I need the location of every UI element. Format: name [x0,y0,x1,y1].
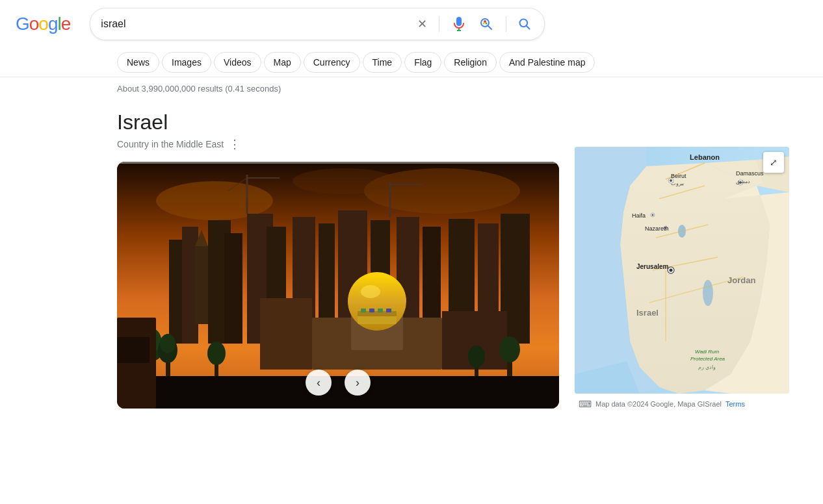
tab-images[interactable]: Images [162,52,211,73]
kp-subtitle-text: Country in the Middle East [117,139,224,149]
search-bar[interactable]: israel ✕ [90,8,545,40]
tab-currency[interactable]: Currency [304,52,360,73]
svg-text:بيروت: بيروت [671,181,684,186]
tab-flag[interactable]: Flag [404,52,441,73]
jerusalem-cityscape [117,162,559,409]
svg-point-83 [652,214,654,216]
clear-button[interactable]: ✕ [415,14,430,34]
svg-point-54 [207,342,226,365]
carousel-next-button[interactable]: › [345,370,371,396]
svg-text:Protected Area: Protected Area [690,356,725,362]
svg-rect-62 [117,162,559,164]
results-info: About 3,990,000,000 results (0.41 second… [0,77,823,100]
svg-text:دمشق: دمشق [736,179,750,184]
tab-time[interactable]: Time [363,52,402,73]
svg-line-6 [488,26,492,30]
logo-letter-o1: o [29,14,39,34]
tab-map[interactable]: Map [264,52,301,73]
tab-religion[interactable]: Religion [444,52,497,73]
svg-rect-44 [386,309,391,312]
map-terms-link[interactable]: Terms [725,400,745,408]
map-expand-button[interactable]: ⤢ [763,152,784,173]
svg-rect-61 [117,337,150,363]
svg-rect-59 [117,376,559,409]
logo-letter-g: G [16,14,29,34]
kp-title: Israel [117,110,559,134]
search-icons-group: ✕ [415,14,534,34]
left-panel: Israel Country in the Middle East ⋮ [117,100,559,412]
filter-tabs: News Images Videos Map Currency Time Fla… [0,48,823,77]
svg-rect-33 [195,246,208,324]
map-container[interactable]: Lebanon Beirut بيروت Damascus دمشق Haifa… [575,147,789,394]
svg-rect-45 [260,298,312,370]
expand-icon: ⤢ [770,157,777,168]
svg-point-4 [483,23,485,25]
image-carousel: ‹ › [117,162,559,409]
svg-text:Damascus: Damascus [736,170,764,177]
svg-text:Jerusalem: Jerusalem [636,263,669,270]
voice-search-button[interactable] [449,14,469,34]
map-svg: Lebanon Beirut بيروت Damascus دمشق Haifa… [575,147,789,394]
svg-text:Haifa: Haifa [632,212,646,219]
svg-text:Nazareth: Nazareth [645,225,669,232]
tab-news[interactable]: News [117,52,159,73]
image-search-button[interactable] [476,14,497,34]
more-options-button[interactable]: ⋮ [229,137,241,151]
main-content: Israel Country in the Middle East ⋮ [0,100,823,412]
svg-rect-41 [361,309,366,312]
svg-point-58 [499,336,520,362]
svg-rect-42 [369,309,374,312]
header: Google israel ✕ [0,0,823,48]
map-panel: Lebanon Beirut بيروت Damascus دمشق Haifa… [575,100,789,412]
results-count: About 3,990,000,000 results (0.41 second… [117,84,281,94]
logo-letter-e: e [61,14,71,34]
map-attribution: ⌨ Map data ©2024 Google, Mapa GISrael Te… [575,396,789,412]
svg-text:Wadi Rum: Wadi Rum [695,349,720,355]
svg-text:Lebanon: Lebanon [690,153,720,161]
search-input[interactable]: israel [101,18,415,30]
svg-point-12 [293,168,397,194]
svg-text:وادي رم: وادي رم [698,364,716,370]
tab-videos[interactable]: Videos [214,52,261,73]
divider [439,16,439,32]
svg-point-56 [468,346,485,368]
lens-icon [478,16,494,32]
tab-and-palestine-map[interactable]: And Palestine map [499,52,595,73]
search-submit-button[interactable] [516,15,534,33]
logo-letter-g2: g [48,14,58,34]
svg-point-3 [484,20,486,23]
svg-point-87 [670,269,673,272]
search-icon [518,18,531,31]
svg-rect-16 [224,233,242,344]
logo-letter-o2: o [38,14,48,34]
kp-subtitle: Country in the Middle East ⋮ [117,137,559,151]
carousel-prev-button[interactable]: ‹ [306,370,332,396]
svg-point-38 [361,285,380,298]
svg-text:Israel: Israel [636,308,659,318]
divider2 [506,16,506,32]
svg-text:Beirut: Beirut [671,173,686,179]
svg-point-52 [160,334,176,353]
svg-line-8 [527,26,530,29]
google-logo: Google [16,14,70,34]
keyboard-icon: ⌨ [579,399,592,409]
microphone-icon [451,16,467,32]
svg-text:Jordan: Jordan [727,275,755,285]
svg-point-70 [703,280,713,306]
svg-rect-43 [378,309,383,312]
svg-point-5 [486,23,488,25]
map-data-text: Map data ©2024 Google, Mapa GISrael [595,400,722,408]
